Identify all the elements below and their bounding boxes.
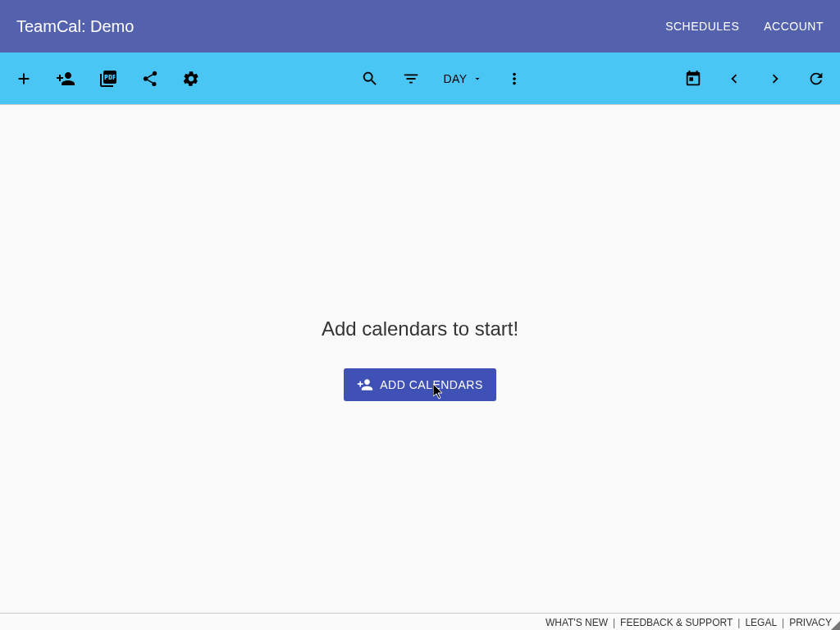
view-selector[interactable]: DAY [443, 72, 482, 85]
prev-icon[interactable] [725, 70, 743, 88]
app-title: TeamCal: Demo [16, 17, 665, 36]
footer-sep: | [737, 617, 740, 628]
refresh-icon[interactable] [807, 70, 825, 88]
main-content: Add calendars to start! ADD CALENDARS [0, 105, 840, 613]
footer-sep: | [613, 617, 615, 628]
add-person-icon[interactable] [56, 69, 75, 89]
app-header: TeamCal: Demo SCHEDULES ACCOUNT [0, 0, 840, 52]
next-icon[interactable] [766, 70, 784, 88]
search-icon[interactable] [361, 70, 379, 88]
top-nav: SCHEDULES ACCOUNT [665, 20, 824, 33]
resize-handle-icon[interactable] [831, 621, 840, 630]
today-icon[interactable] [684, 70, 702, 88]
add-calendars-button[interactable]: ADD CALENDARS [344, 368, 496, 401]
footer-legal[interactable]: LEGAL [745, 617, 777, 628]
footer-feedback[interactable]: FEEDBACK & SUPPORT [620, 617, 733, 628]
footer: WHAT'S NEW | FEEDBACK & SUPPORT | LEGAL … [0, 613, 840, 630]
add-calendars-label: ADD CALENDARS [380, 378, 483, 391]
add-icon[interactable] [15, 70, 33, 88]
toolbar-center: DAY [361, 70, 523, 88]
footer-whats-new[interactable]: WHAT'S NEW [546, 617, 608, 628]
view-selector-label: DAY [443, 72, 467, 85]
footer-privacy[interactable]: PRIVACY [789, 617, 832, 628]
settings-icon[interactable] [182, 70, 200, 88]
footer-sep: | [782, 617, 784, 628]
toolbar-right [684, 70, 825, 88]
pdf-icon[interactable] [98, 69, 118, 89]
filter-icon[interactable] [402, 70, 420, 88]
empty-state-title: Add calendars to start! [322, 317, 518, 340]
more-icon[interactable] [505, 70, 523, 88]
dropdown-icon [472, 74, 482, 84]
nav-schedules[interactable]: SCHEDULES [665, 20, 739, 33]
nav-account[interactable]: ACCOUNT [764, 20, 824, 33]
add-person-icon [357, 377, 373, 393]
share-icon[interactable] [141, 70, 159, 88]
toolbar-left [15, 69, 200, 89]
toolbar: DAY [0, 52, 840, 105]
